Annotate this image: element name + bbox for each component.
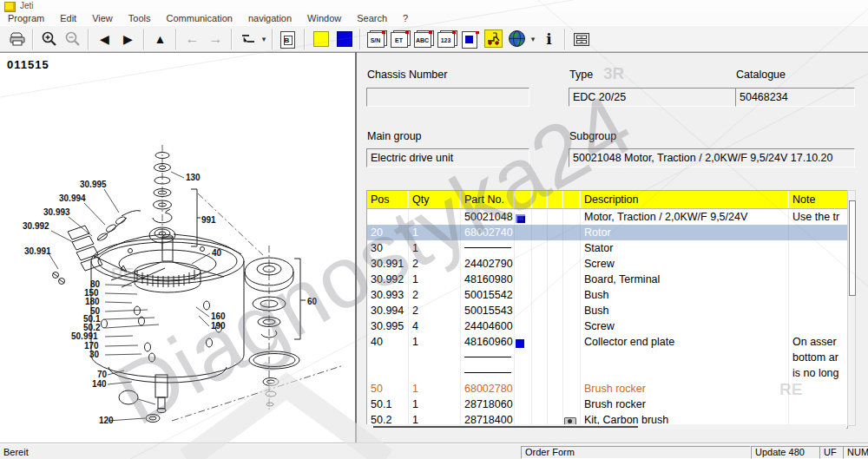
forklift-catalog-button[interactable] [482, 28, 505, 50]
history-forward-button[interactable]: → [204, 28, 227, 50]
table-row[interactable]: 30.992 1 48160980 Board, Terminal [367, 272, 847, 287]
header-flag-4[interactable] [563, 191, 581, 208]
next-page-button[interactable]: ▶ [116, 28, 140, 50]
zoom-out-button[interactable] [61, 28, 84, 50]
yellow-marker-button[interactable] [309, 28, 332, 50]
header-flag-2[interactable] [532, 191, 548, 208]
menu-tools[interactable]: Tools [121, 12, 159, 23]
menu-help[interactable]: ? [395, 12, 416, 23]
part-position-label[interactable]: 30.993 [43, 207, 70, 217]
horizontal-scrollbar[interactable] [366, 424, 846, 429]
header-part-no[interactable]: Part No. [461, 191, 515, 208]
header-note[interactable]: Note [789, 191, 847, 208]
part-position-label[interactable]: 30.995 [80, 180, 107, 189]
table-row[interactable]: 40 1 48160960 Collector end plate On ass… [367, 334, 847, 350]
part-position-label[interactable]: 30.994 [59, 193, 86, 203]
abc-index-button[interactable]: ABC [411, 28, 435, 50]
part-position-label[interactable]: 30.992 [23, 221, 49, 231]
cell-description: Stator [581, 240, 789, 256]
menu-view[interactable]: View [84, 12, 121, 23]
previous-page-button[interactable]: ◀ [93, 28, 116, 50]
table-row[interactable]: 50021048 Motor, Traction / 2,0KW/F 9,5/2… [367, 209, 847, 225]
chassis-number-field[interactable] [366, 88, 529, 107]
page-up-button[interactable]: ▲ [148, 28, 172, 50]
printer-icon [8, 30, 27, 48]
part-position-label[interactable]: 190 [211, 321, 226, 331]
cell-flag-4 [563, 272, 581, 287]
part-position-label[interactable]: 991 [201, 215, 216, 225]
part-position-label[interactable]: 70 [97, 370, 108, 379]
leader-lines [49, 172, 210, 421]
et-doc-button[interactable]: ET [388, 28, 411, 50]
table-row[interactable]: 20 1 68002740 Rotor [367, 225, 847, 240]
part-position-label[interactable]: 180 [85, 297, 100, 306]
part-position-label[interactable]: 130 [186, 173, 201, 182]
tree-view-dropdown[interactable]: ▾ [260, 28, 268, 50]
part-position-label[interactable]: 160 [211, 311, 226, 321]
exploded-drawing[interactable]: 011515 [0, 53, 355, 443]
table-row[interactable]: 30.994 2 50015543 Bush [367, 303, 847, 318]
header-description[interactable]: Description [581, 191, 789, 208]
menu-navigation[interactable]: navigation [240, 12, 299, 23]
zoom-in-button[interactable] [37, 28, 61, 50]
menu-edit[interactable]: Edit [52, 12, 84, 23]
cell-qty: 2 [409, 303, 461, 318]
vertical-scrollbar[interactable] [847, 190, 856, 426]
info-button[interactable]: i [537, 28, 561, 50]
catalogue-field[interactable]: 50468234 [735, 88, 855, 107]
menu-window[interactable]: Window [299, 12, 349, 23]
table-row[interactable]: 30.993 2 50015542 Bush [367, 287, 847, 303]
language-globe-button[interactable] [505, 28, 529, 50]
header-pos[interactable]: Pos [367, 191, 409, 208]
header-qty[interactable]: Qty [409, 191, 461, 208]
globe-dropdown[interactable]: ▾ [529, 28, 537, 50]
horizontal-scrollbar-thumb[interactable] [373, 426, 638, 428]
tree-view-button[interactable] [236, 28, 260, 50]
serial-number-button[interactable]: S/N [365, 28, 388, 50]
subgroup-field[interactable]: 50021048 Motor, Traction / 2,0KW/F 9,5/2… [569, 148, 855, 167]
part-position-label[interactable]: 50.991 [71, 331, 98, 341]
menu-program[interactable]: Program [0, 12, 52, 23]
status-update: Update 480 [751, 446, 820, 459]
blue-marker-button[interactable] [332, 28, 356, 50]
menu-communication[interactable]: Communication [159, 12, 240, 23]
cell-part-no: 50015543 [461, 303, 515, 318]
numeric-index-button[interactable]: 123 [435, 28, 458, 50]
part-position-label[interactable]: 140 [92, 379, 107, 389]
table-row[interactable]: 50.1 1 28718060 Brush rocker [367, 397, 847, 412]
table-row[interactable]: 30 1 Stator [367, 240, 847, 256]
vertical-scrollbar-thumb[interactable] [849, 200, 856, 296]
table-row[interactable]: bottom ar [367, 350, 847, 365]
part-position-label[interactable]: 40 [212, 248, 222, 258]
part-position-label[interactable]: 120 [99, 416, 114, 425]
table-row[interactable]: 30.995 4 24404600 Screw [367, 318, 847, 334]
zoom-in-icon [41, 30, 58, 48]
arrow-right-icon: → [209, 32, 223, 46]
cell-pos: 30.992 [367, 272, 409, 287]
blue-doc-button[interactable] [458, 28, 482, 50]
type-field[interactable]: EDC 20/25 [569, 88, 736, 107]
table-row[interactable]: is no long [367, 365, 847, 381]
part-position-label[interactable]: 30.991 [24, 246, 51, 256]
status-uf: UF [819, 446, 844, 459]
save-button[interactable] [569, 28, 593, 50]
cell-note [789, 240, 847, 256]
menu-search[interactable]: Search [349, 12, 395, 23]
drawing-labels[interactable]: 13099130.99530.99430.99330.99230.9918015… [23, 173, 318, 425]
cell-flag-4 [563, 318, 581, 334]
table-row[interactable]: 30.991 2 24402790 Screw [367, 256, 847, 272]
header-flag-1[interactable] [515, 191, 532, 208]
selected-position-badge[interactable]: 20 [119, 390, 138, 404]
header-flag-3[interactable] [548, 191, 563, 208]
part-position-label[interactable]: 60 [307, 297, 318, 306]
history-back-button[interactable]: ← [181, 28, 204, 50]
b-document-button[interactable]: B [277, 28, 300, 50]
cell-description [581, 350, 789, 365]
drawing-panel: 011515 [0, 52, 355, 443]
main-group-field[interactable]: Electric drive unit [366, 148, 529, 167]
print-button[interactable] [5, 28, 29, 50]
part-position-label[interactable]: 30 [89, 350, 100, 359]
cell-flag-3 [548, 397, 563, 412]
toolbar-separator [88, 29, 89, 49]
table-row[interactable]: 50 1 68002780 Brush rocker [367, 381, 847, 397]
